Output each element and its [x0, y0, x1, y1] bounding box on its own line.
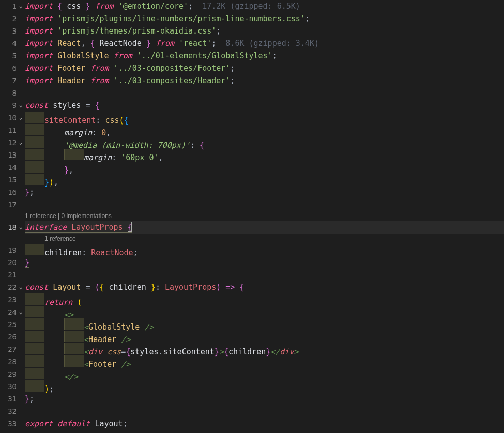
editor-root[interactable]: 1 ⌄ import { css } from '@emotion/core';… — [0, 0, 504, 433]
line-number: 33 — [0, 417, 17, 430]
code-line[interactable]: 22 ⌄ const Layout = ({ children }: Layou… — [0, 281, 504, 293]
code-line[interactable]: 28 <Footer /> — [0, 355, 504, 368]
kw-interface: interface — [25, 223, 67, 232]
code-line[interactable]: 23 return ( — [0, 293, 504, 306]
cursor — [128, 222, 132, 232]
fold-spacer — [17, 355, 25, 368]
code[interactable]: import 'prismjs/plugins/line-numbers/pri… — [25, 12, 504, 25]
code[interactable]: children: ReactNode; — [25, 244, 504, 256]
code[interactable]: interface LayoutProps { — [25, 221, 504, 234]
code[interactable]: }, — [25, 161, 504, 174]
semi: ; — [123, 419, 128, 428]
brace: { — [95, 101, 99, 110]
code-line[interactable]: 13 margin: '60px 0', — [0, 149, 504, 161]
kw-from: from — [156, 39, 174, 48]
chevron-down-icon[interactable]: ⌄ — [17, 99, 25, 112]
code-line[interactable]: 27 <div css={styles.siteContent}>{childr… — [0, 343, 504, 355]
fold-spacer — [17, 343, 25, 355]
codelens-text[interactable]: 1 reference | 0 implementations — [25, 211, 504, 221]
code-line[interactable]: 25 <GlobalStyle /> — [0, 318, 504, 331]
code-line[interactable]: 21 — [0, 269, 504, 281]
code[interactable]: <div css={styles.siteContent}>{children}… — [25, 343, 504, 355]
code-line[interactable]: 3 import 'prismjs/themes/prism-okaidia.c… — [0, 25, 504, 37]
code-line[interactable]: 7 import Header from '../03-composites/H… — [0, 74, 504, 87]
code-line[interactable]: 20 } — [0, 256, 504, 269]
code-line[interactable]: 6 import Footer from '../03-composites/F… — [0, 62, 504, 74]
code-line[interactable]: 30 ); — [0, 380, 504, 393]
code[interactable] — [25, 198, 504, 211]
code-line-current[interactable]: 18 ⌄ interface LayoutProps { — [0, 221, 504, 234]
fold-spacer — [17, 211, 25, 221]
code-line[interactable]: 32 — [0, 405, 504, 417]
code[interactable]: <> — [25, 306, 504, 318]
code[interactable]: <GlobalStyle /> — [25, 318, 504, 331]
code[interactable]: ); — [25, 380, 504, 393]
code-line[interactable]: 1 ⌄ import { css } from '@emotion/core';… — [0, 0, 504, 12]
code[interactable]: margin: 0, — [25, 124, 504, 136]
line-number: 21 — [0, 269, 17, 281]
chevron-down-icon[interactable]: ⌄ — [17, 281, 25, 293]
code[interactable]: const styles = { — [25, 99, 504, 112]
chevron-down-icon[interactable]: ⌄ — [17, 0, 25, 12]
code[interactable]: import Header from '../03-composites/Hea… — [25, 74, 504, 87]
code[interactable]: export default Layout; — [25, 417, 504, 430]
code-line[interactable]: 10 ⌄ siteContent: css({ — [0, 112, 504, 124]
code[interactable]: const Layout = ({ children }: LayoutProp… — [25, 281, 504, 293]
code-line[interactable]: 5 import GlobalStyle from '../01-element… — [0, 50, 504, 62]
code-line[interactable]: 24 ⌄ <> — [0, 306, 504, 318]
code[interactable]: '@media (min-width: 700px)': { — [25, 136, 504, 149]
code-line[interactable]: 4 import React, { ReactNode } from 'reac… — [0, 37, 504, 50]
fold-spacer — [17, 417, 25, 430]
fold-spacer — [17, 87, 25, 99]
semi: ; — [216, 26, 221, 36]
chevron-down-icon[interactable]: ⌄ — [17, 221, 25, 234]
code-line[interactable]: 14 }, — [0, 161, 504, 174]
code-line[interactable]: 31 }; — [0, 393, 504, 405]
codelens[interactable]: 1 reference — [0, 234, 504, 244]
chevron-down-icon[interactable]: ⌄ — [17, 306, 25, 318]
code[interactable] — [25, 405, 504, 417]
code[interactable] — [25, 269, 504, 281]
code[interactable] — [25, 87, 504, 99]
code[interactable]: <Header /> — [25, 331, 504, 343]
codelens[interactable]: 1 reference | 0 implementations — [0, 211, 504, 221]
code-line[interactable]: 19 children: ReactNode; — [0, 244, 504, 256]
code[interactable]: return ( — [25, 293, 504, 306]
line-number: 9 — [0, 99, 17, 112]
code[interactable]: siteContent: css({ — [25, 112, 504, 124]
code-line[interactable]: 11 margin: 0, — [0, 124, 504, 136]
code-line[interactable]: 8 — [0, 87, 504, 99]
fold-spacer — [17, 124, 25, 136]
ident-globalstyle: GlobalStyle — [57, 51, 109, 60]
code-line[interactable]: 12 ⌄ '@media (min-width: 700px)': { — [0, 136, 504, 149]
code[interactable]: import { css } from '@emotion/core'; 17.… — [25, 0, 504, 12]
code-line[interactable]: 29 </> — [0, 368, 504, 380]
code-line[interactable]: 33 export default Layout; — [0, 417, 504, 430]
code-line[interactable]: 17 — [0, 198, 504, 211]
code[interactable]: }; — [25, 393, 504, 405]
codelens-text[interactable]: 1 reference — [25, 234, 504, 244]
line-number: 14 — [0, 161, 17, 174]
code[interactable]: <Footer /> — [25, 355, 504, 368]
code-line[interactable]: 2 import 'prismjs/plugins/line-numbers/p… — [0, 12, 504, 25]
colon: : — [156, 283, 160, 292]
code[interactable]: margin: '60px 0', — [25, 149, 504, 161]
code-line[interactable]: 26 <Header /> — [0, 331, 504, 343]
code[interactable]: import Footer from '../03-composites/Foo… — [25, 62, 504, 74]
ident-react: React — [57, 39, 81, 48]
ident-children: children — [109, 283, 146, 292]
line-number: 12 — [0, 136, 17, 149]
chevron-down-icon[interactable]: ⌄ — [17, 112, 25, 124]
code-line[interactable]: 16 }; — [0, 186, 504, 198]
code[interactable]: </> — [25, 368, 504, 380]
code[interactable]: }), — [25, 174, 504, 186]
code[interactable]: }; — [25, 186, 504, 198]
code[interactable]: import GlobalStyle from '../01-elements/… — [25, 50, 504, 62]
chevron-down-icon[interactable]: ⌄ — [17, 136, 25, 149]
code-line[interactable]: 15 }), — [0, 174, 504, 186]
code[interactable]: import React, { ReactNode } from 'react'… — [25, 37, 504, 50]
code[interactable]: } — [25, 256, 504, 269]
code[interactable]: import 'prismjs/themes/prism-okaidia.css… — [25, 25, 504, 37]
code-line[interactable]: 9 ⌄ const styles = { — [0, 99, 504, 112]
ident-styles: styles — [53, 101, 81, 110]
